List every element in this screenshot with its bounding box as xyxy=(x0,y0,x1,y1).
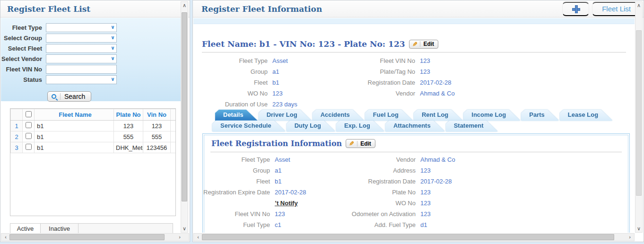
row-checkbox[interactable] xyxy=(26,144,32,150)
extra-header xyxy=(171,109,176,121)
left-horizontal-scrollbar[interactable]: ‹ › xyxy=(1,233,189,241)
field-label: Fleet VIN No xyxy=(343,55,420,66)
fleet-list-button[interactable]: Fleet List xyxy=(592,2,641,16)
field-label: Plate No xyxy=(349,187,420,198)
tab-details[interactable]: Details xyxy=(215,110,258,121)
tab-driver-log[interactable]: Driver Log xyxy=(259,110,312,121)
registration-left-column: Fleet Type Asset Group a1 Fleet b1 Regis… xyxy=(203,154,349,230)
scroll-thumb[interactable] xyxy=(182,12,187,201)
scroll-left-icon[interactable]: ‹ xyxy=(2,235,9,240)
field-label: Fleet xyxy=(193,77,272,88)
field-value: 123 xyxy=(275,209,349,219)
left-vertical-scrollbar[interactable]: ∧ ∨ xyxy=(181,1,188,233)
scroll-up-icon[interactable]: ∧ xyxy=(635,3,642,8)
scroll-thumb[interactable] xyxy=(636,30,642,196)
tab-parts[interactable]: Parts xyxy=(521,110,559,121)
form-row: Fleet Type ∨ xyxy=(1,22,182,33)
table-row[interactable]: 1 b1 123 123 xyxy=(11,121,176,131)
table-row[interactable]: 2 b1 555 555 xyxy=(11,131,176,142)
pencil-icon: ✎ xyxy=(349,140,354,147)
scroll-thumb[interactable] xyxy=(9,234,165,240)
field-value: 123 xyxy=(420,198,455,209)
dont-notify-link[interactable]: Don’t Notify xyxy=(275,200,298,207)
scroll-up-icon[interactable]: ∧ xyxy=(181,3,188,8)
field-value: Asset xyxy=(275,154,349,165)
scroll-right-icon[interactable]: › xyxy=(176,235,183,240)
search-button[interactable]: Search xyxy=(47,91,91,102)
tab-fuel-log[interactable]: Fuel Log xyxy=(365,110,413,121)
row-checkbox-cell xyxy=(23,121,35,131)
field-value: 123 xyxy=(420,66,455,77)
search-icon xyxy=(52,94,56,99)
chevron-down-icon: ∨ xyxy=(111,55,115,61)
scroll-down-icon[interactable]: ∨ xyxy=(181,226,188,231)
status-select[interactable]: ∨ xyxy=(46,75,117,84)
button-divider xyxy=(60,93,61,100)
field-value: 123 xyxy=(420,187,455,198)
add-fleet-button[interactable] xyxy=(562,2,589,16)
register-fleet-information-panel: Register Fleet Information Fleet List Fl… xyxy=(192,0,644,242)
row-checkbox[interactable] xyxy=(26,122,32,128)
vendor-select[interactable]: ∨ xyxy=(46,54,117,63)
field-label: Group xyxy=(203,165,275,176)
vin-no-cell: 123456 xyxy=(143,142,171,153)
vin-no-header[interactable]: Vin No xyxy=(143,109,171,121)
right-panel-header: Register Fleet Information Fleet List xyxy=(193,0,644,17)
fleet-vin-input[interactable] xyxy=(46,65,117,74)
tab-attachments[interactable]: Attachments xyxy=(385,121,445,131)
field-value: 123 xyxy=(420,165,455,176)
form-row: Fleet VIN No xyxy=(1,64,182,74)
fleet-summary-title: Fleet Name: b1 - VIN No: 123 - Plate No:… xyxy=(202,39,405,49)
tab-income-log[interactable]: Income Log xyxy=(463,110,520,121)
tab-lease-log[interactable]: Lease Log xyxy=(560,110,612,121)
tabs-row-1: Details Driver Log Accidents Fuel Log Re… xyxy=(215,110,635,121)
registration-divider xyxy=(210,152,622,152)
scroll-down-icon[interactable]: ∨ xyxy=(635,226,642,231)
pencil-icon: ✎ xyxy=(412,41,418,48)
table-row[interactable]: 3 b1 DHK_Metro 123456 xyxy=(11,142,176,153)
details-right-column: Fleet VIN No 123 Plate/Tag No 123 Regist… xyxy=(343,55,455,110)
field-label: Registration Date xyxy=(349,176,420,187)
field-value: b1 xyxy=(275,176,349,187)
field-value: d1 xyxy=(420,219,455,230)
field-label: Fleet VIN No xyxy=(203,209,275,219)
tab-rent-log[interactable]: Rent Log xyxy=(414,110,462,121)
select-all-header xyxy=(23,109,35,121)
tab-inactive[interactable]: Inactive xyxy=(41,223,78,234)
field-label: WO No xyxy=(193,88,272,99)
row-number-header xyxy=(11,109,23,121)
toolbar-strip xyxy=(193,18,635,24)
field-label: Duration of Use xyxy=(193,99,272,110)
edit-registration-button[interactable]: ✎ Edit xyxy=(346,139,375,148)
scroll-right-icon[interactable]: › xyxy=(627,235,633,240)
tab-duty-log[interactable]: Duty Log xyxy=(287,121,335,131)
form-row: Select Fleet ∨ xyxy=(1,43,182,53)
field-label: Address xyxy=(349,165,420,176)
fleet-table: Fleet Name Plate No Vin No 1 b1 123 123 … xyxy=(10,109,176,153)
right-horizontal-scrollbar[interactable]: ‹ › xyxy=(193,233,635,241)
tab-exp-log[interactable]: Exp. Log xyxy=(336,121,384,131)
group-select[interactable]: ∨ xyxy=(46,34,117,43)
plate-no-header[interactable]: Plate No xyxy=(114,109,143,121)
plate-no-cell: 555 xyxy=(114,131,143,142)
tab-active[interactable]: Active xyxy=(10,223,41,234)
fleet-select[interactable]: ∨ xyxy=(46,44,117,53)
scroll-left-icon[interactable]: ‹ xyxy=(195,235,201,240)
tab-statement[interactable]: Statement xyxy=(446,121,498,131)
fleet-name-header[interactable]: Fleet Name xyxy=(35,109,114,121)
field-label: Fleet Type xyxy=(193,55,272,66)
tab-accidents[interactable]: Accidents xyxy=(313,110,364,121)
field-value: Ahmad & Co xyxy=(420,88,455,99)
select-all-checkbox[interactable] xyxy=(26,111,32,117)
scroll-thumb[interactable] xyxy=(202,234,614,240)
status-label: Status xyxy=(1,76,46,83)
field-value: a1 xyxy=(272,66,343,77)
row-checkbox[interactable] xyxy=(26,133,32,139)
tab-service-schedule[interactable]: Service Schedule xyxy=(212,121,286,131)
fleet-information-content: Fleet Name: b1 - VIN No: 123 - Plate No:… xyxy=(193,25,635,233)
right-vertical-scrollbar[interactable]: ∧ ∨ xyxy=(635,1,643,233)
select-group-label: Select Group xyxy=(1,35,46,42)
edit-fleet-button[interactable]: ✎ Edit xyxy=(409,40,439,49)
fleet-type-select[interactable]: ∨ xyxy=(46,23,117,32)
form-row: Select Vendor ∨ xyxy=(1,53,182,64)
